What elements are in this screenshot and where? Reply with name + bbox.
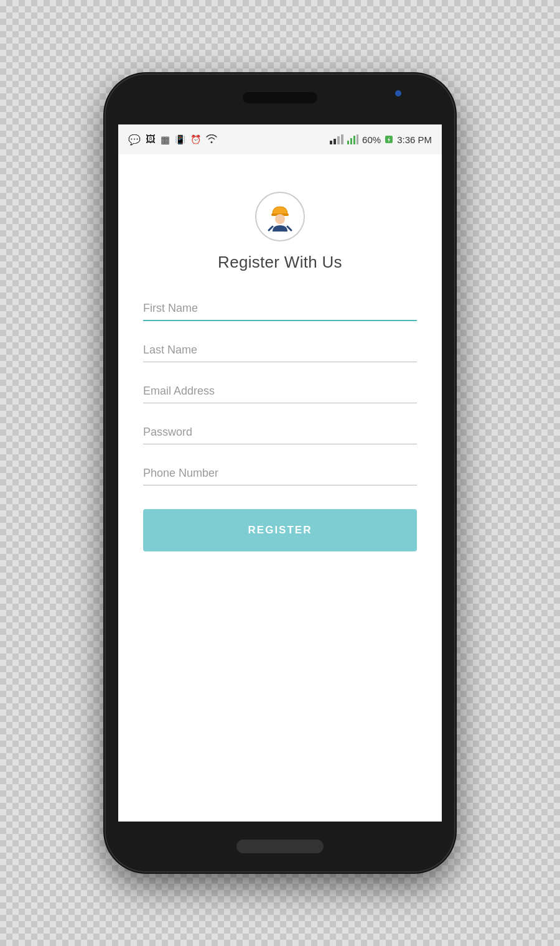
image-icon: 🖼: [146, 134, 156, 145]
status-system: 60% 3:36 PM: [330, 134, 432, 145]
svg-rect-3: [341, 134, 343, 144]
time-display: 3:36 PM: [397, 134, 432, 145]
barcode-icon: ▦: [161, 134, 170, 146]
svg-rect-1: [334, 139, 336, 144]
svg-rect-5: [350, 138, 352, 144]
email-field: [143, 380, 417, 403]
password-input[interactable]: [143, 421, 417, 444]
signal2-icon: [347, 134, 358, 144]
status-notifications: 💬 🖼 ▦ 📳 ⏰: [128, 134, 217, 146]
svg-rect-0: [330, 141, 332, 144]
whatsapp-icon: 💬: [128, 134, 141, 146]
battery-percentage: 60%: [362, 134, 381, 145]
phone-mockup: 💬 🖼 ▦ 📳 ⏰: [100, 62, 460, 884]
svg-rect-6: [353, 136, 355, 144]
phone-shell: 💬 🖼 ▦ 📳 ⏰: [106, 75, 454, 871]
status-bar: 💬 🖼 ▦ 📳 ⏰: [118, 124, 442, 154]
app-logo: [255, 192, 305, 241]
app-content: Register With Us: [118, 154, 442, 822]
phone-bottom-bar: [106, 822, 454, 871]
vibrate-icon: 📳: [175, 134, 185, 144]
phone-top-bar: [106, 75, 454, 124]
svg-rect-4: [347, 141, 349, 144]
phone-input[interactable]: [143, 462, 417, 485]
register-button[interactable]: REGISTER: [143, 509, 417, 551]
first-name-input[interactable]: [143, 297, 417, 321]
email-input[interactable]: [143, 380, 417, 403]
wifi-icon: [206, 134, 217, 145]
alarm-icon: ⏰: [190, 134, 201, 144]
speaker-grille: [243, 92, 317, 103]
phone-field: [143, 462, 417, 485]
signal-icon: [330, 134, 343, 144]
svg-rect-7: [357, 134, 358, 144]
password-field: [143, 421, 417, 444]
svg-point-11: [275, 214, 285, 224]
svg-line-12: [269, 227, 273, 230]
front-camera: [395, 90, 401, 96]
registration-form: REGISTER: [143, 297, 417, 551]
svg-line-13: [287, 227, 291, 230]
worker-icon: [264, 200, 296, 233]
page-title: Register With Us: [218, 253, 342, 272]
last-name-input[interactable]: [143, 339, 417, 362]
first-name-field: [143, 297, 417, 321]
charging-icon: [385, 134, 393, 144]
home-button[interactable]: [236, 840, 324, 853]
phone-screen: 💬 🖼 ▦ 📳 ⏰: [118, 124, 442, 822]
last-name-field: [143, 339, 417, 362]
svg-rect-2: [337, 136, 340, 144]
